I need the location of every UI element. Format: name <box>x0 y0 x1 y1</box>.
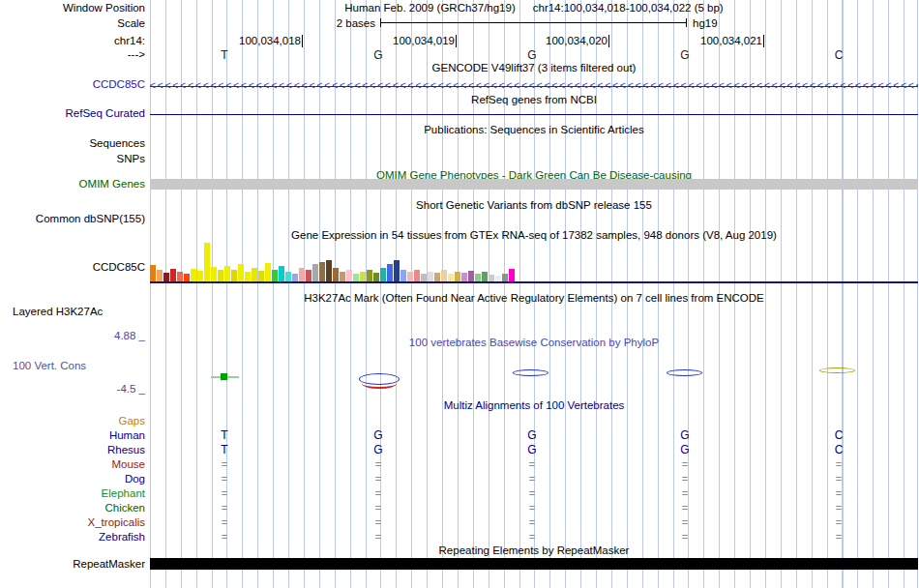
gtex-expression-bar[interactable] <box>258 271 264 281</box>
repeatmasker-bar[interactable] <box>150 558 918 570</box>
ruler-base: G <box>373 48 382 62</box>
omim-genes-label[interactable]: OMIM Genes <box>0 178 145 191</box>
gtex-expression-bar[interactable] <box>285 272 291 281</box>
gencode-gene-label[interactable]: CCDC85C <box>0 78 145 91</box>
conservation-mark-5[interactable] <box>819 368 855 373</box>
gtex-expression-bar[interactable] <box>319 262 325 281</box>
species-label-dog[interactable]: Dog <box>0 472 145 486</box>
gtex-expression-bar[interactable] <box>245 272 251 281</box>
gtex-expression-bar[interactable] <box>489 275 494 281</box>
gtex-expression-bar[interactable] <box>394 260 400 281</box>
conservation-mark-2-negative[interactable] <box>362 378 397 389</box>
conservation-track-label[interactable]: 100 Vert. Cons <box>13 360 86 372</box>
gtex-expression-bar[interactable] <box>170 269 176 281</box>
gtex-expression-bar[interactable] <box>184 274 190 281</box>
h3k27ac-track-title[interactable]: H3K27Ac Mark (Often Found Near Active Re… <box>150 292 918 305</box>
gtex-expression-bar[interactable] <box>197 271 203 281</box>
repeatmasker-track-title[interactable]: Repeating Elements by RepeatMasker <box>150 544 918 557</box>
gtex-expression-bar[interactable] <box>448 274 454 281</box>
alignment-cell: = <box>836 515 842 530</box>
alignment-cell: G <box>680 428 689 443</box>
gtex-expression-bar[interactable] <box>421 274 427 281</box>
gtex-expression-bar[interactable] <box>191 269 196 281</box>
publications-snps-label[interactable]: SNPs <box>0 153 145 165</box>
gtex-expression-bar[interactable] <box>400 270 406 281</box>
gtex-expression-bar[interactable] <box>299 268 305 281</box>
gtex-expression-bar[interactable] <box>306 270 311 281</box>
refseq-gene-line[interactable] <box>150 114 918 115</box>
species-label-x_tropicalis[interactable]: X_tropicalis <box>0 515 145 530</box>
gtex-expression-bar[interactable] <box>360 272 366 281</box>
gtex-expression-bar[interactable] <box>312 264 318 281</box>
gtex-expression-bar[interactable] <box>380 268 386 281</box>
publications-sequences-label[interactable]: Sequences <box>0 137 145 150</box>
species-label-chicken[interactable]: Chicken <box>0 501 145 515</box>
h3k27ac-track-label[interactable]: Layered H3K27Ac <box>13 306 103 318</box>
gtex-expression-bar[interactable] <box>150 265 156 281</box>
species-label-zebrafish[interactable]: Zebrafish <box>0 530 145 544</box>
species-label-elephant[interactable]: Elephant <box>0 486 145 501</box>
gtex-expression-bar[interactable] <box>482 272 488 281</box>
gtex-expression-bar[interactable] <box>387 264 393 281</box>
conservation-mark-3[interactable] <box>513 369 548 376</box>
gtex-expression-bar[interactable] <box>407 272 413 281</box>
repeatmasker-track-label[interactable]: RepeatMasker <box>0 558 145 571</box>
gtex-expression-bar[interactable] <box>461 273 467 281</box>
gtex-expression-bar[interactable] <box>333 268 339 281</box>
gtex-expression-bar[interactable] <box>428 272 433 281</box>
gtex-expression-bar[interactable] <box>231 270 237 281</box>
gtex-expression-bar[interactable] <box>441 270 447 281</box>
refseq-curated-label[interactable]: RefSeq Curated <box>0 107 145 120</box>
gencode-gene-line[interactable]: <<<<<<<<<<<<<<<<<<<<<<<<<<<<<<<<<<<<<<<<… <box>150 80 918 92</box>
alignment-cell: = <box>375 501 381 515</box>
gtex-expression-bar[interactable] <box>218 270 223 281</box>
gtex-expression-bar[interactable] <box>177 272 183 281</box>
gtex-expression-bar[interactable] <box>279 266 284 281</box>
gtex-expression-bar[interactable] <box>346 270 352 281</box>
gencode-track-title[interactable]: GENCODE V49lift37 (3 items filtered out) <box>150 62 918 74</box>
species-label-human[interactable]: Human <box>0 428 145 443</box>
dbsnp-track-title[interactable]: Short Genetic Variants from dbSNP releas… <box>150 199 918 212</box>
gtex-expression-bar[interactable] <box>414 270 420 281</box>
gtex-expression-bar[interactable] <box>326 260 332 281</box>
base-row: TGGGC <box>150 48 918 62</box>
multiz-row-chicken: Chicken===== <box>0 501 919 515</box>
gtex-expression-bar[interactable] <box>340 272 345 281</box>
gtex-expression-bar[interactable] <box>373 273 379 281</box>
conservation-mark-4[interactable] <box>667 369 702 376</box>
coordinate-label: 100,034,021 <box>700 35 764 47</box>
gtex-expression-bar[interactable] <box>468 271 474 281</box>
conservation-mark-1-peak[interactable] <box>221 373 227 380</box>
gtex-expression-bar[interactable] <box>252 268 257 281</box>
gtex-expression-bar[interactable] <box>353 274 359 281</box>
gtex-expression-bar[interactable] <box>157 270 163 281</box>
species-label-mouse[interactable]: Mouse <box>0 457 145 472</box>
gtex-expression-bar[interactable] <box>367 270 372 281</box>
alignment-cell: = <box>222 530 227 544</box>
multiz-track-title[interactable]: Multiz Alignments of 100 Vertebrates <box>150 399 918 412</box>
gtex-expression-bar[interactable] <box>509 269 515 281</box>
alignment-cell: = <box>222 515 227 530</box>
gtex-expression-bar[interactable] <box>204 243 210 281</box>
species-label-gaps[interactable]: Gaps <box>0 414 145 428</box>
gtex-expression-bar[interactable] <box>224 266 230 281</box>
gtex-gene-label[interactable]: CCDC85C <box>0 261 145 274</box>
refseq-track-title[interactable]: RefSeq genes from NCBI <box>150 94 918 106</box>
gtex-expression-bar[interactable] <box>238 264 244 281</box>
gtex-expression-bar[interactable] <box>434 273 440 281</box>
gtex-expression-bar[interactable] <box>292 274 298 281</box>
species-label-rhesus[interactable]: Rhesus <box>0 443 145 457</box>
gtex-expression-bar[interactable] <box>265 263 271 281</box>
scale-bar <box>380 18 687 27</box>
gtex-expression-bar[interactable] <box>475 274 481 281</box>
omim-gene-bar[interactable] <box>150 179 918 190</box>
gtex-expression-bar[interactable] <box>272 270 278 281</box>
conservation-track-title[interactable]: 100 vertebrates Basewise Conservation by… <box>150 337 918 349</box>
gtex-expression-bar[interactable] <box>211 267 217 281</box>
dbsnp-common-label[interactable]: Common dbSNP(155) <box>0 213 145 225</box>
gtex-expression-bar[interactable] <box>455 272 460 281</box>
gtex-track-title[interactable]: Gene Expression in 54 tissues from GTEx … <box>150 229 918 242</box>
gtex-expression-bar[interactable] <box>502 274 508 281</box>
publications-track-title[interactable]: Publications: Sequences in Scientific Ar… <box>150 124 918 136</box>
gtex-expression-bar[interactable] <box>163 273 169 281</box>
